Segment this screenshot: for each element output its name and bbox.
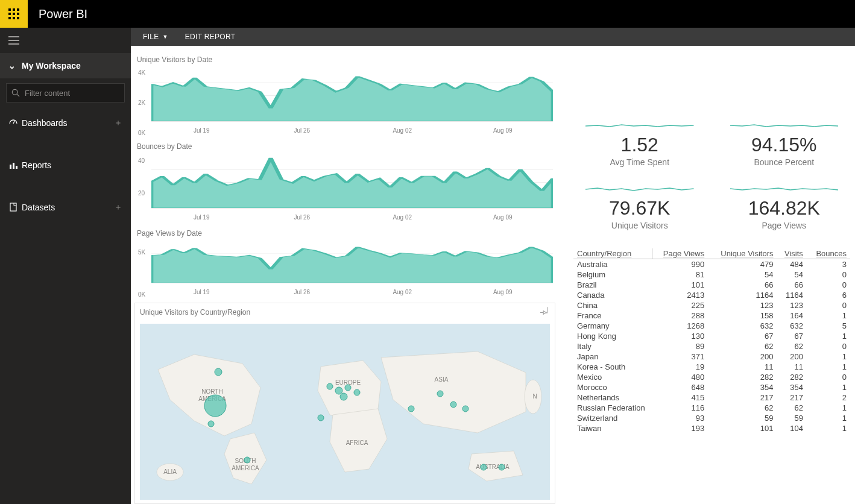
th-bounces[interactable]: Bounces	[807, 248, 850, 259]
datasets-icon	[8, 203, 22, 212]
svg-rect-7	[13, 17, 15, 19]
table-row[interactable]: Mexico4802822820	[573, 372, 850, 382]
table-row[interactable]: Korea - South1911111	[573, 362, 850, 372]
svg-text:ALIA: ALIA	[163, 468, 177, 475]
kpi-value: 164.82K	[730, 197, 839, 219]
chart-bounces[interactable]: 40 20 Jul 19 Jul 26 Aug 02 Aug 09	[134, 153, 555, 225]
sidebar-item-dashboards[interactable]: Dashboards ＋	[0, 107, 131, 139]
map-title: Unique Visitors by Country/Region	[135, 303, 555, 321]
sidebar-item-label: Dashboards	[22, 118, 68, 128]
add-dataset-button[interactable]: ＋	[114, 202, 122, 213]
svg-text:NORTH: NORTH	[201, 388, 222, 395]
table-row[interactable]: Morocco6483543541	[573, 382, 850, 392]
table-row[interactable]: Germany12686326325	[573, 321, 850, 331]
app-launcher-button[interactable]	[0, 0, 28, 28]
chart-pageviews[interactable]: 5K 0K Jul 19 Jul 26 Aug 02 Aug 09	[134, 240, 555, 300]
edit-report-button[interactable]: EDIT REPORT	[185, 33, 236, 41]
svg-point-44	[208, 421, 214, 427]
table-row[interactable]: Hong Kong13067671	[573, 331, 850, 341]
kpi-unique-visitors[interactable]: 79.67K Unique Visitors	[585, 185, 694, 230]
table-row[interactable]: Italy8962620	[573, 341, 850, 351]
reports-icon	[8, 160, 22, 170]
search-icon	[11, 89, 20, 97]
svg-point-46	[327, 383, 333, 389]
chevron-down-icon: ▼	[163, 34, 168, 40]
kpi-bounce-pct[interactable]: 94.15% Bounce Percent	[730, 122, 839, 167]
kpi-value: 1.52	[585, 134, 694, 156]
table-row[interactable]: Japan3712002001	[573, 351, 850, 362]
svg-point-55	[408, 406, 414, 412]
table-row[interactable]: Taiwan1931011041	[573, 423, 850, 433]
search-placeholder: Filter content	[25, 89, 70, 98]
chevron-down-icon: ⌄	[8, 61, 16, 71]
map-visual[interactable]: Unique Visitors by Country/Region	[134, 303, 555, 504]
sidebar-toggle-button[interactable]	[0, 28, 131, 53]
sidebar-item-reports[interactable]: Reports	[0, 150, 131, 181]
svg-point-12	[12, 89, 17, 95]
table-row[interactable]: Australia9904794843	[573, 259, 850, 270]
svg-line-14	[13, 121, 14, 124]
svg-point-47	[335, 387, 342, 394]
search-input[interactable]: Filter content	[6, 83, 125, 102]
table-row[interactable]: Canada2413116411646	[573, 290, 850, 300]
table-row[interactable]: Switzerland9359591	[573, 413, 850, 423]
kpi-page-views[interactable]: 164.82K Page Views	[730, 185, 839, 230]
svg-point-43	[215, 368, 222, 376]
sidebar-item-label: Reports	[22, 160, 51, 170]
svg-rect-17	[16, 166, 17, 169]
sidebar-item-datasets[interactable]: Datasets ＋	[0, 192, 131, 223]
svg-rect-6	[8, 17, 11, 19]
kpi-label: Page Views	[730, 221, 839, 230]
file-menu-label: FILE	[143, 33, 159, 41]
svg-rect-3	[8, 13, 11, 15]
chart-title-bounces: Bounces by Date	[134, 139, 555, 153]
svg-point-52	[437, 391, 443, 397]
add-dashboard-button[interactable]: ＋	[114, 118, 122, 128]
kpi-value: 94.15%	[730, 134, 839, 156]
svg-rect-8	[17, 17, 19, 19]
svg-point-50	[354, 389, 360, 395]
svg-line-13	[17, 94, 19, 96]
svg-rect-15	[10, 165, 11, 169]
svg-rect-4	[13, 13, 15, 15]
table-row[interactable]: France2881581641	[573, 310, 850, 321]
th-visits[interactable]: Visits	[777, 248, 807, 259]
svg-point-57	[499, 464, 505, 470]
svg-rect-16	[13, 163, 14, 169]
table-row[interactable]: Brazil10166660	[573, 280, 850, 290]
th-unique[interactable]: Unique Visitors	[708, 248, 777, 259]
country-table[interactable]: Country/Region Page Views Unique Visitor…	[573, 248, 850, 504]
svg-point-48	[345, 385, 351, 391]
table-row[interactable]: Russian Federation11662621	[573, 403, 850, 413]
svg-rect-18	[10, 203, 16, 211]
sidebar-item-label: Datasets	[22, 203, 55, 212]
brand-title: Power BI	[28, 7, 87, 21]
th-country[interactable]: Country/Region	[573, 248, 652, 259]
svg-text:AMERICA: AMERICA	[232, 465, 259, 471]
table-row[interactable]: Netherlands4152172172	[573, 392, 850, 403]
svg-rect-0	[8, 8, 11, 11]
edit-report-label: EDIT REPORT	[185, 33, 236, 41]
th-pageviews[interactable]: Page Views	[652, 248, 708, 259]
svg-text:AFRICA: AFRICA	[346, 439, 368, 446]
svg-point-51	[318, 415, 324, 421]
file-menu[interactable]: FILE ▼	[143, 33, 168, 41]
sidebar: ⌄ My Workspace Filter content Dashboards…	[0, 28, 131, 504]
pin-icon[interactable]	[540, 307, 550, 319]
svg-rect-2	[17, 8, 19, 11]
kpi-avg-time[interactable]: 1.52 Avg Time Spent	[585, 122, 694, 167]
svg-point-45	[244, 457, 250, 463]
workspace-selector[interactable]: ⌄ My Workspace	[0, 53, 131, 78]
svg-point-49	[340, 393, 347, 400]
svg-text:ASIA: ASIA	[435, 376, 449, 383]
table-row[interactable]: China2251231230	[573, 300, 850, 310]
svg-point-56	[481, 464, 487, 470]
chart-title-visitors: Unique Visitors by Date	[134, 52, 555, 66]
waffle-icon	[8, 8, 19, 19]
kpi-label: Bounce Percent	[730, 157, 839, 167]
chart-visitors[interactable]: 4K 2K 0K Jul 19 Jul 26 Aug 02 Aug 09	[134, 66, 555, 139]
svg-point-42	[204, 395, 226, 417]
table-row[interactable]: Belgium8154540	[573, 269, 850, 280]
workspace-label: My Workspace	[22, 61, 81, 71]
svg-point-54	[462, 406, 469, 412]
